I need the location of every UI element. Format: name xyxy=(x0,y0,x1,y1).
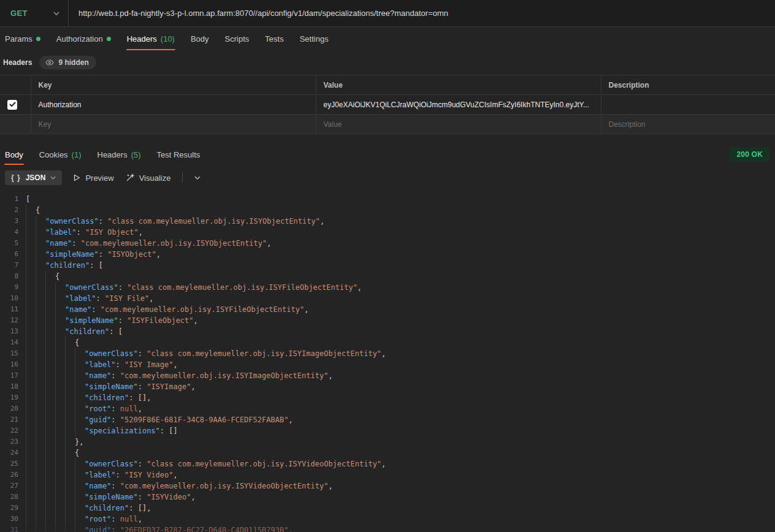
preview-button[interactable]: Preview xyxy=(74,173,113,183)
indent-guide xyxy=(55,503,65,514)
status-badge: 200 OK xyxy=(730,147,769,162)
line-content: { xyxy=(26,337,775,348)
value-input-placeholder[interactable]: Value xyxy=(316,115,601,134)
tab-count: (10) xyxy=(161,34,175,44)
indent-guide xyxy=(75,425,85,436)
request-tab-settings[interactable]: Settings xyxy=(298,27,330,50)
code-line: 26"label": "ISY Video", xyxy=(0,469,775,481)
indent-guide xyxy=(26,304,36,315)
indent-guide xyxy=(55,514,65,525)
indent-guide xyxy=(36,492,45,503)
indent-guide xyxy=(45,514,55,525)
response-tab-body[interactable]: Body xyxy=(3,144,25,165)
response-tab-test-results[interactable]: Test Results xyxy=(155,144,202,165)
request-tab-params[interactable]: Params xyxy=(3,27,42,50)
line-number: 23 xyxy=(0,436,26,447)
description-cell[interactable] xyxy=(601,95,775,115)
line-number: 3 xyxy=(0,216,26,227)
response-body-code[interactable]: 1[2{3"ownerClass": "class com.meylemuell… xyxy=(0,191,775,532)
line-number: 30 xyxy=(0,514,26,525)
key-input-placeholder[interactable]: Key xyxy=(31,115,316,134)
tab-count: (1) xyxy=(72,150,82,159)
line-content: "label": "ISY Video", xyxy=(26,469,775,481)
indent-guide xyxy=(26,503,36,514)
line-number: 24 xyxy=(0,447,26,458)
code-line: 18"simpleName": "ISYImage", xyxy=(0,381,775,392)
indent-guide xyxy=(45,492,55,503)
indent-guide xyxy=(55,481,65,492)
indent-guide xyxy=(36,481,45,492)
indent-guide xyxy=(26,227,36,238)
line-content: "simpleName": "ISYImage", xyxy=(26,381,775,392)
key-cell[interactable]: Authorization xyxy=(31,95,316,115)
indent-guide xyxy=(45,414,55,425)
indent-guide xyxy=(36,403,45,414)
indent-guide xyxy=(55,359,65,370)
line-number: 7 xyxy=(0,260,26,271)
indent-guide xyxy=(36,260,45,271)
request-tab-tests[interactable]: Tests xyxy=(263,27,285,50)
line-number: 2 xyxy=(0,205,26,216)
line-content: "children": [ xyxy=(26,260,775,271)
line-content: "ownerClass": "class com.meylemueller.ob… xyxy=(26,458,775,469)
row-checkbox[interactable] xyxy=(7,100,17,110)
indent-guide xyxy=(26,514,36,525)
line-number: 18 xyxy=(0,381,26,392)
indent-guide xyxy=(55,469,65,481)
indent-guide xyxy=(26,525,36,532)
indent-guide xyxy=(36,503,45,514)
indent-guide xyxy=(45,525,55,532)
line-number: 22 xyxy=(0,425,26,436)
indent-guide xyxy=(55,293,65,304)
visualize-wand-icon xyxy=(126,173,134,182)
code-line: 14{ xyxy=(0,337,775,348)
indent-guide xyxy=(26,370,36,381)
indent-guide xyxy=(26,260,36,271)
response-tab-headers[interactable]: Headers(5) xyxy=(96,144,143,165)
indent-guide xyxy=(26,326,36,337)
line-content: "ownerClass": "class com.meylemueller.ob… xyxy=(26,348,775,359)
code-line: 8{ xyxy=(0,271,775,282)
indent-guide xyxy=(45,403,55,414)
indent-guide xyxy=(45,436,55,447)
hidden-headers-badge[interactable]: 9 hidden xyxy=(39,56,96,69)
code-line: 11"name": "com.meylemueller.obj.isy.ISYF… xyxy=(0,304,775,315)
indent-guide xyxy=(26,381,36,392)
visualize-button[interactable]: Visualize xyxy=(126,173,171,183)
json-format-button[interactable]: { } JSON xyxy=(5,170,62,185)
indent-guide xyxy=(36,381,45,392)
request-tab-headers[interactable]: Headers(10) xyxy=(125,27,177,50)
line-number: 14 xyxy=(0,337,26,348)
more-options-chevron-icon[interactable] xyxy=(194,176,200,180)
line-content: { xyxy=(26,447,775,458)
indent-guide xyxy=(75,481,85,492)
indent-guide xyxy=(65,392,75,403)
code-line: 25"ownerClass": "class com.meylemueller.… xyxy=(0,458,775,469)
indent-guide xyxy=(45,359,55,370)
indent-guide xyxy=(26,414,36,425)
line-number: 11 xyxy=(0,304,26,315)
indent-guide xyxy=(36,249,45,260)
tab-label: Tests xyxy=(265,34,283,44)
indent-guide xyxy=(55,381,65,392)
indent-guide xyxy=(45,425,55,436)
indent-guide xyxy=(45,315,55,326)
request-tab-body[interactable]: Body xyxy=(189,27,211,50)
url-input[interactable]: http://web.t.pd-fa-nightly-s3-p-l.omn.ap… xyxy=(69,9,775,18)
description-input-placeholder[interactable]: Description xyxy=(601,115,775,134)
code-line: 21"guid": "5209F86E-681F-34C8-9AA6-FCEDF… xyxy=(0,414,775,425)
value-cell[interactable]: eyJ0eXAiOiJKV1QiLCJraWQiOiJmcm9udGVuZCIs… xyxy=(316,95,601,115)
indent-guide xyxy=(26,447,36,458)
indent-guide xyxy=(36,414,45,425)
line-content: "label": "ISY Image", xyxy=(26,359,775,370)
chevron-down-icon xyxy=(50,176,56,180)
code-line: 15"ownerClass": "class com.meylemueller.… xyxy=(0,348,775,359)
indent-guide xyxy=(45,447,55,458)
request-tab-authorization[interactable]: Authorization xyxy=(55,27,113,50)
response-tab-cookies[interactable]: Cookies(1) xyxy=(37,144,83,165)
code-line: 4"label": "ISY Object", xyxy=(0,227,775,238)
line-content: "guid": "26FDFD37-B787-6C27-D648-C4D0115… xyxy=(26,525,775,532)
request-tab-scripts[interactable]: Scripts xyxy=(223,27,251,50)
method-selector[interactable]: GET xyxy=(0,0,69,26)
line-number: 27 xyxy=(0,481,26,492)
